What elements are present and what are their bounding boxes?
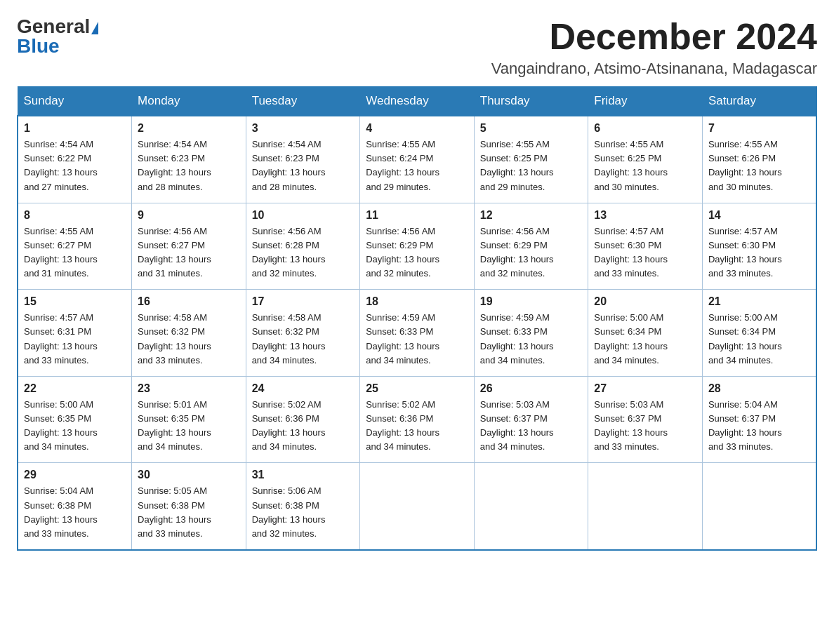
day-info: Sunrise: 4:55 AMSunset: 6:25 PMDaylight:… xyxy=(594,137,696,194)
calendar-day-24: 24Sunrise: 5:02 AMSunset: 6:36 PMDayligh… xyxy=(246,376,360,463)
calendar-day-14: 14Sunrise: 4:57 AMSunset: 6:30 PMDayligh… xyxy=(702,203,816,290)
calendar-week-row: 29Sunrise: 5:04 AMSunset: 6:38 PMDayligh… xyxy=(18,463,816,550)
day-info: Sunrise: 4:57 AMSunset: 6:31 PMDaylight:… xyxy=(24,311,126,368)
calendar-empty-cell xyxy=(702,463,816,550)
day-number: 22 xyxy=(24,382,126,395)
calendar-day-20: 20Sunrise: 5:00 AMSunset: 6:34 PMDayligh… xyxy=(588,290,703,377)
calendar-table: SundayMondayTuesdayWednesdayThursdayFrid… xyxy=(17,86,817,551)
day-number: 27 xyxy=(594,382,696,395)
day-info: Sunrise: 4:59 AMSunset: 6:33 PMDaylight:… xyxy=(480,311,583,368)
day-info: Sunrise: 4:58 AMSunset: 6:32 PMDaylight:… xyxy=(138,311,240,368)
day-number: 15 xyxy=(24,295,126,308)
header-day-saturday: Saturday xyxy=(702,87,816,116)
day-info: Sunrise: 4:56 AMSunset: 6:29 PMDaylight:… xyxy=(366,224,468,281)
day-info: Sunrise: 4:57 AMSunset: 6:30 PMDaylight:… xyxy=(708,224,810,281)
calendar-day-18: 18Sunrise: 4:59 AMSunset: 6:33 PMDayligh… xyxy=(360,290,475,377)
calendar-day-27: 27Sunrise: 5:03 AMSunset: 6:37 PMDayligh… xyxy=(588,376,703,463)
header-day-friday: Friday xyxy=(588,87,703,116)
calendar-day-5: 5Sunrise: 4:55 AMSunset: 6:25 PMDaylight… xyxy=(474,116,588,203)
day-number: 23 xyxy=(138,382,240,395)
calendar-day-26: 26Sunrise: 5:03 AMSunset: 6:37 PMDayligh… xyxy=(474,376,588,463)
header-day-monday: Monday xyxy=(132,87,246,116)
calendar-day-10: 10Sunrise: 4:56 AMSunset: 6:28 PMDayligh… xyxy=(246,203,360,290)
day-info: Sunrise: 5:04 AMSunset: 6:38 PMDaylight:… xyxy=(24,484,126,541)
day-number: 14 xyxy=(708,209,810,222)
day-info: Sunrise: 4:58 AMSunset: 6:32 PMDaylight:… xyxy=(252,311,355,368)
day-info: Sunrise: 5:05 AMSunset: 6:38 PMDaylight:… xyxy=(138,484,240,541)
day-number: 24 xyxy=(252,382,355,395)
calendar-empty-cell xyxy=(474,463,588,550)
location-title: Vangaindrano, Atsimo-Atsinanana, Madagas… xyxy=(491,60,817,78)
calendar-day-15: 15Sunrise: 4:57 AMSunset: 6:31 PMDayligh… xyxy=(18,290,132,377)
day-number: 13 xyxy=(594,209,696,222)
calendar-week-row: 8Sunrise: 4:55 AMSunset: 6:27 PMDaylight… xyxy=(18,203,816,290)
calendar-day-22: 22Sunrise: 5:00 AMSunset: 6:35 PMDayligh… xyxy=(18,376,132,463)
logo: General Blue xyxy=(17,17,98,56)
day-info: Sunrise: 5:00 AMSunset: 6:35 PMDaylight:… xyxy=(24,398,126,455)
calendar-day-9: 9Sunrise: 4:56 AMSunset: 6:27 PMDaylight… xyxy=(132,203,246,290)
calendar-day-1: 1Sunrise: 4:54 AMSunset: 6:22 PMDaylight… xyxy=(18,116,132,203)
header-day-wednesday: Wednesday xyxy=(360,87,475,116)
day-info: Sunrise: 4:55 AMSunset: 6:26 PMDaylight:… xyxy=(708,137,810,194)
day-info: Sunrise: 5:02 AMSunset: 6:36 PMDaylight:… xyxy=(366,398,468,455)
day-number: 3 xyxy=(252,122,355,135)
calendar-day-3: 3Sunrise: 4:54 AMSunset: 6:23 PMDaylight… xyxy=(246,116,360,203)
day-info: Sunrise: 5:03 AMSunset: 6:37 PMDaylight:… xyxy=(594,398,696,455)
day-info: Sunrise: 4:56 AMSunset: 6:28 PMDaylight:… xyxy=(252,224,355,281)
logo-blue-text: Blue xyxy=(17,36,60,56)
day-info: Sunrise: 4:54 AMSunset: 6:23 PMDaylight:… xyxy=(138,137,240,194)
calendar-day-16: 16Sunrise: 4:58 AMSunset: 6:32 PMDayligh… xyxy=(132,290,246,377)
day-number: 21 xyxy=(708,295,810,308)
day-info: Sunrise: 4:56 AMSunset: 6:27 PMDaylight:… xyxy=(138,224,240,281)
logo-general-text: General xyxy=(17,17,98,36)
day-number: 9 xyxy=(138,209,240,222)
calendar-day-6: 6Sunrise: 4:55 AMSunset: 6:25 PMDaylight… xyxy=(588,116,703,203)
calendar-day-29: 29Sunrise: 5:04 AMSunset: 6:38 PMDayligh… xyxy=(18,463,132,550)
day-info: Sunrise: 4:56 AMSunset: 6:29 PMDaylight:… xyxy=(480,224,583,281)
day-number: 17 xyxy=(252,295,355,308)
day-number: 12 xyxy=(480,209,583,222)
calendar-day-28: 28Sunrise: 5:04 AMSunset: 6:37 PMDayligh… xyxy=(702,376,816,463)
header-day-thursday: Thursday xyxy=(474,87,588,116)
day-number: 4 xyxy=(366,122,468,135)
calendar-week-row: 15Sunrise: 4:57 AMSunset: 6:31 PMDayligh… xyxy=(18,290,816,377)
calendar-empty-cell xyxy=(588,463,703,550)
calendar-day-25: 25Sunrise: 5:02 AMSunset: 6:36 PMDayligh… xyxy=(360,376,475,463)
day-number: 2 xyxy=(138,122,240,135)
day-number: 10 xyxy=(252,209,355,222)
calendar-day-30: 30Sunrise: 5:05 AMSunset: 6:38 PMDayligh… xyxy=(132,463,246,550)
calendar-day-2: 2Sunrise: 4:54 AMSunset: 6:23 PMDaylight… xyxy=(132,116,246,203)
day-number: 19 xyxy=(480,295,583,308)
day-info: Sunrise: 5:01 AMSunset: 6:35 PMDaylight:… xyxy=(138,398,240,455)
day-number: 1 xyxy=(24,122,126,135)
day-number: 6 xyxy=(594,122,696,135)
calendar-day-23: 23Sunrise: 5:01 AMSunset: 6:35 PMDayligh… xyxy=(132,376,246,463)
day-number: 16 xyxy=(138,295,240,308)
calendar-week-row: 1Sunrise: 4:54 AMSunset: 6:22 PMDaylight… xyxy=(18,116,816,203)
day-info: Sunrise: 5:00 AMSunset: 6:34 PMDaylight:… xyxy=(594,311,696,368)
day-info: Sunrise: 4:57 AMSunset: 6:30 PMDaylight:… xyxy=(594,224,696,281)
day-info: Sunrise: 5:00 AMSunset: 6:34 PMDaylight:… xyxy=(708,311,810,368)
calendar-day-11: 11Sunrise: 4:56 AMSunset: 6:29 PMDayligh… xyxy=(360,203,475,290)
day-number: 11 xyxy=(366,209,468,222)
header-day-sunday: Sunday xyxy=(18,87,132,116)
calendar-day-7: 7Sunrise: 4:55 AMSunset: 6:26 PMDaylight… xyxy=(702,116,816,203)
day-number: 29 xyxy=(24,469,126,481)
day-info: Sunrise: 4:54 AMSunset: 6:23 PMDaylight:… xyxy=(252,137,355,194)
calendar-empty-cell xyxy=(360,463,475,550)
day-info: Sunrise: 4:55 AMSunset: 6:24 PMDaylight:… xyxy=(366,137,468,194)
day-info: Sunrise: 5:04 AMSunset: 6:37 PMDaylight:… xyxy=(708,398,810,455)
calendar-day-17: 17Sunrise: 4:58 AMSunset: 6:32 PMDayligh… xyxy=(246,290,360,377)
day-info: Sunrise: 5:03 AMSunset: 6:37 PMDaylight:… xyxy=(480,398,583,455)
day-info: Sunrise: 4:55 AMSunset: 6:25 PMDaylight:… xyxy=(480,137,583,194)
calendar-day-8: 8Sunrise: 4:55 AMSunset: 6:27 PMDaylight… xyxy=(18,203,132,290)
month-title: December 2024 xyxy=(491,17,817,57)
day-number: 30 xyxy=(138,469,240,481)
calendar-week-row: 22Sunrise: 5:00 AMSunset: 6:35 PMDayligh… xyxy=(18,376,816,463)
logo-triangle-icon xyxy=(91,22,98,34)
day-number: 26 xyxy=(480,382,583,395)
header-day-tuesday: Tuesday xyxy=(246,87,360,116)
day-number: 31 xyxy=(252,469,355,481)
calendar-day-4: 4Sunrise: 4:55 AMSunset: 6:24 PMDaylight… xyxy=(360,116,475,203)
title-area: December 2024 Vangaindrano, Atsimo-Atsin… xyxy=(491,17,817,78)
